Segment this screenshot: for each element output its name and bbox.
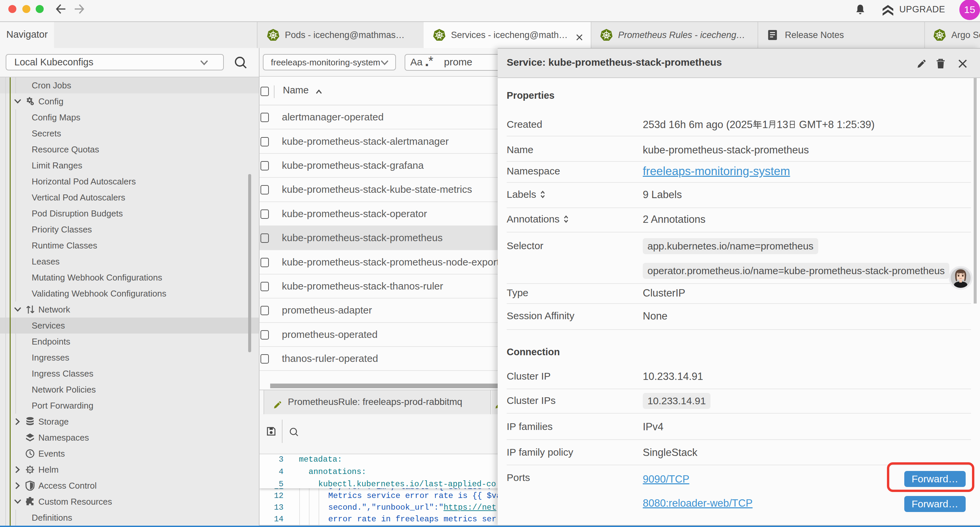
svg-text:HELM: HELM — [27, 469, 33, 471]
